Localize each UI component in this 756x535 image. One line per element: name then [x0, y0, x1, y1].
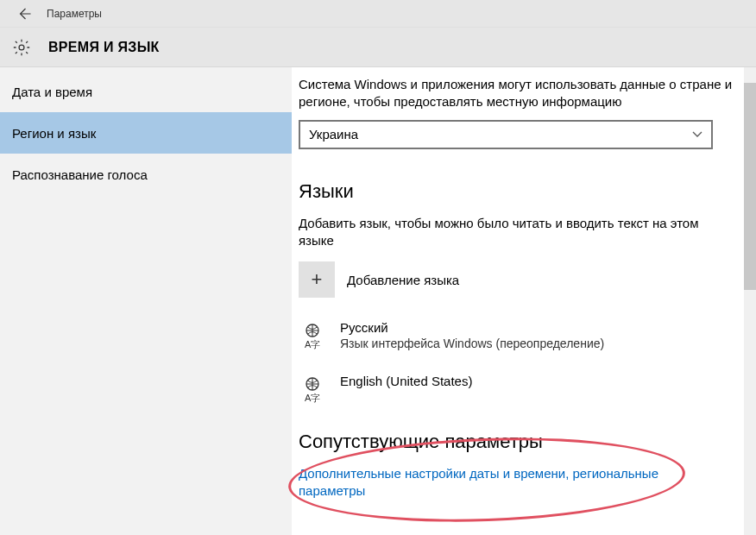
window-title: Параметры	[47, 8, 102, 20]
sidebar-item-region-language[interactable]: Регион и язык	[0, 112, 292, 154]
chevron-down-icon	[692, 129, 702, 140]
sidebar-item-label: Распознавание голоса	[12, 167, 148, 182]
titlebar: Параметры	[0, 0, 756, 28]
language-item[interactable]: A字 Русский Язык интерфейса Windows (пере…	[299, 320, 737, 353]
additional-settings-link[interactable]: Дополнительные настройки даты и времени,…	[299, 465, 678, 500]
scrollbar-thumb[interactable]	[744, 83, 756, 290]
language-name: Русский	[340, 320, 604, 335]
sidebar-item-date-time[interactable]: Дата и время	[0, 71, 292, 112]
language-subtitle: Язык интерфейса Windows (переопределение…	[340, 337, 604, 350]
sidebar: Дата и время Регион и язык Распознавание…	[0, 67, 292, 535]
language-item[interactable]: A字 English (United States)	[299, 374, 737, 406]
language-name: English (United States)	[340, 374, 472, 388]
country-dropdown[interactable]: Украина	[299, 120, 713, 149]
add-language-button[interactable]: + Добавление языка	[299, 261, 737, 298]
back-button[interactable]	[7, 1, 41, 27]
sidebar-item-label: Регион и язык	[12, 126, 96, 141]
sidebar-item-label: Дата и время	[12, 85, 92, 99]
section-title: ВРЕМЯ И ЯЗЫК	[48, 40, 160, 55]
gear-icon	[12, 38, 31, 57]
languages-description: Добавить язык, чтобы можно было читать и…	[299, 215, 737, 250]
languages-heading: Языки	[299, 180, 737, 203]
add-language-label: Добавление языка	[347, 273, 459, 287]
sidebar-item-speech[interactable]: Распознавание голоса	[0, 154, 292, 195]
svg-text:A字: A字	[305, 393, 320, 403]
svg-point-0	[19, 45, 24, 50]
plus-icon: +	[299, 261, 335, 298]
content-pane: Система Windows и приложения могут испол…	[292, 67, 756, 535]
related-heading: Сопутствующие параметры	[299, 431, 737, 453]
arrow-left-icon	[16, 6, 32, 22]
section-header: ВРЕМЯ И ЯЗЫК	[0, 28, 756, 67]
svg-text:A字: A字	[305, 339, 320, 349]
dropdown-value: Украина	[309, 127, 358, 142]
scrollbar[interactable]	[744, 67, 756, 535]
region-description: Система Windows и приложения могут испол…	[299, 76, 737, 111]
language-glyph-icon: A字	[299, 374, 331, 406]
language-glyph-icon: A字	[299, 320, 331, 353]
